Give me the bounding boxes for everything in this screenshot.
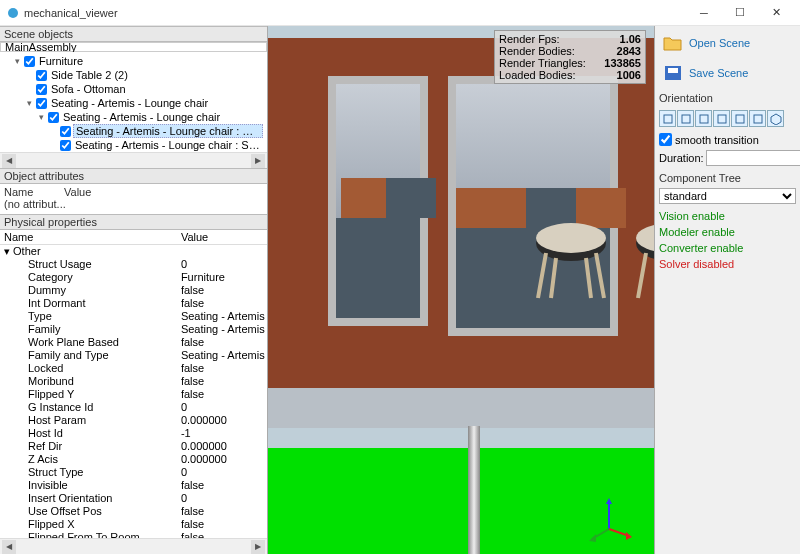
- scroll-left-icon[interactable]: ◀: [2, 540, 16, 554]
- minimize-button[interactable]: ─: [686, 1, 722, 25]
- smooth-transition-checkbox[interactable]: smooth transition: [659, 133, 796, 146]
- prop-row: CategoryFurniture: [0, 271, 267, 284]
- tree-checkbox[interactable]: [36, 98, 47, 109]
- scene-tree[interactable]: ▾FurnitureSide Table 2 (2)Sofa - Ottoman…: [0, 52, 267, 152]
- prop-row: Moribundfalse: [0, 375, 267, 388]
- props-panel[interactable]: NameValueU▾ OtherStruct Usage0CategoryFu…: [0, 230, 267, 538]
- tree-item[interactable]: ▾Seating - Artemis - Lounge chair: [0, 96, 263, 110]
- tree-label[interactable]: Seating - Artemis - Lounge chair: [49, 97, 210, 109]
- tree-label[interactable]: Seating - Artemis - Lounge chair : Seati…: [73, 124, 263, 138]
- prop-row: Insert Orientation0: [0, 492, 267, 505]
- scroll-right-icon[interactable]: ▶: [251, 540, 265, 554]
- orientation-buttons: [659, 110, 796, 127]
- tree-checkbox[interactable]: [60, 126, 71, 137]
- tree-item[interactable]: ▾Furniture: [0, 54, 263, 68]
- tree-checkbox[interactable]: [36, 70, 47, 81]
- view-iso-button[interactable]: [767, 110, 784, 127]
- axes-gizmo: [584, 494, 634, 544]
- tree-label[interactable]: Side Table 2 (2): [49, 69, 130, 81]
- tree-item[interactable]: ▾Seating - Artemis - Lounge chair: [0, 110, 263, 124]
- scene-objects-header: Scene objects: [0, 26, 267, 42]
- tree-checkbox[interactable]: [48, 112, 59, 123]
- prop-row: Int Dormantfalse: [0, 297, 267, 310]
- window-title: mechanical_viewer: [24, 7, 686, 19]
- app-icon: [6, 6, 20, 20]
- view-bottom-button[interactable]: [749, 110, 766, 127]
- prop-row: Flipped From To Roomfalse: [0, 531, 267, 538]
- props-header: Physical properties: [0, 214, 267, 230]
- twist-icon[interactable]: ▾: [24, 98, 34, 108]
- render-stats: Render Fps:1.06Render Bodies:2843Render …: [494, 30, 646, 84]
- tree-label[interactable]: Seating - Artemis - Lounge chair: [61, 111, 222, 123]
- view-front-button[interactable]: [659, 110, 676, 127]
- viewport-3d[interactable]: Render Fps:1.06Render Bodies:2843Render …: [268, 26, 654, 554]
- attributes-panel: Name Value (no attribut...: [0, 184, 267, 214]
- status-line: Solver disabled: [659, 256, 796, 272]
- status-line: Vision enable: [659, 208, 796, 224]
- status-line: Modeler enable: [659, 224, 796, 240]
- svg-point-2: [536, 223, 606, 253]
- duration-input[interactable]: [706, 150, 800, 166]
- view-back-button[interactable]: [677, 110, 694, 127]
- view-left-button[interactable]: [695, 110, 712, 127]
- svg-rect-15: [700, 115, 708, 123]
- tree-item[interactable]: Seating - Artemis - Lounge chair : Seati…: [0, 138, 263, 152]
- prop-row: G Instance Id0: [0, 401, 267, 414]
- svg-rect-12: [668, 68, 678, 73]
- tree-label[interactable]: Furniture: [37, 55, 85, 67]
- close-button[interactable]: ✕: [758, 1, 794, 25]
- prop-row: Flipped Xfalse: [0, 518, 267, 531]
- left-panel: Scene objects MainAssembly ▾FurnitureSid…: [0, 26, 268, 554]
- prop-row: Use Offset Posfalse: [0, 505, 267, 518]
- svg-point-0: [8, 8, 18, 18]
- svg-marker-10: [589, 534, 596, 542]
- save-scene-button[interactable]: Save Scene: [659, 60, 796, 86]
- attributes-header: Object attributes: [0, 168, 267, 184]
- svg-marker-8: [626, 532, 632, 540]
- status-line: Converter enable: [659, 240, 796, 256]
- tree-label[interactable]: Seating - Artemis - Lounge chair : Seati…: [73, 139, 263, 151]
- component-tree-select[interactable]: standard: [659, 188, 796, 204]
- prop-row: Host Param0.000000: [0, 414, 267, 427]
- prop-group[interactable]: ▾ Other: [0, 245, 267, 259]
- save-icon: [663, 64, 683, 82]
- prop-row: Invisiblefalse: [0, 479, 267, 492]
- prop-row: Struct Usage0: [0, 258, 267, 271]
- tree-scrollbar[interactable]: ◀ ▶: [0, 152, 267, 168]
- props-scrollbar[interactable]: ◀ ▶: [0, 538, 267, 554]
- view-top-button[interactable]: [731, 110, 748, 127]
- prop-row: Lockedfalse: [0, 362, 267, 375]
- tree-checkbox[interactable]: [60, 140, 71, 151]
- right-panel: Open Scene Save Scene Orientation smooth…: [654, 26, 800, 554]
- svg-rect-14: [682, 115, 690, 123]
- duration-label: Duration:: [659, 152, 704, 164]
- open-scene-button[interactable]: Open Scene: [659, 30, 796, 56]
- folder-open-icon: [663, 34, 683, 52]
- tree-checkbox[interactable]: [36, 84, 47, 95]
- prop-row: Z Acis0.000000: [0, 453, 267, 466]
- building-render: [268, 26, 654, 554]
- tree-item[interactable]: Sofa - Ottoman: [0, 82, 263, 96]
- prop-row: Dummyfalse: [0, 284, 267, 297]
- tree-label[interactable]: Sofa - Ottoman: [49, 83, 128, 95]
- view-right-button[interactable]: [713, 110, 730, 127]
- tree-checkbox[interactable]: [24, 56, 35, 67]
- tree-item[interactable]: Side Table 2 (2): [0, 68, 263, 82]
- prop-row: FamilySeating - Artemis - Lounge chair: [0, 323, 267, 336]
- attr-name-col: Name: [4, 186, 64, 198]
- prop-row: Family and TypeSeating - Artemis - Loung…: [0, 349, 267, 362]
- tree-item[interactable]: Seating - Artemis - Lounge chair : Seati…: [0, 124, 263, 138]
- svg-marker-6: [606, 498, 612, 504]
- scroll-right-icon[interactable]: ▶: [251, 154, 265, 168]
- prop-row: Ref Dir0.000000: [0, 440, 267, 453]
- svg-rect-13: [664, 115, 672, 123]
- orientation-label: Orientation: [659, 92, 796, 104]
- prop-row: Host Id-1: [0, 427, 267, 440]
- scroll-left-icon[interactable]: ◀: [2, 154, 16, 168]
- maximize-button[interactable]: ☐: [722, 1, 758, 25]
- twist-icon[interactable]: ▾: [12, 56, 22, 66]
- twist-icon[interactable]: ▾: [36, 112, 46, 122]
- svg-rect-16: [718, 115, 726, 123]
- titlebar: mechanical_viewer ─ ☐ ✕: [0, 0, 800, 26]
- scene-root-row[interactable]: MainAssembly: [0, 42, 267, 52]
